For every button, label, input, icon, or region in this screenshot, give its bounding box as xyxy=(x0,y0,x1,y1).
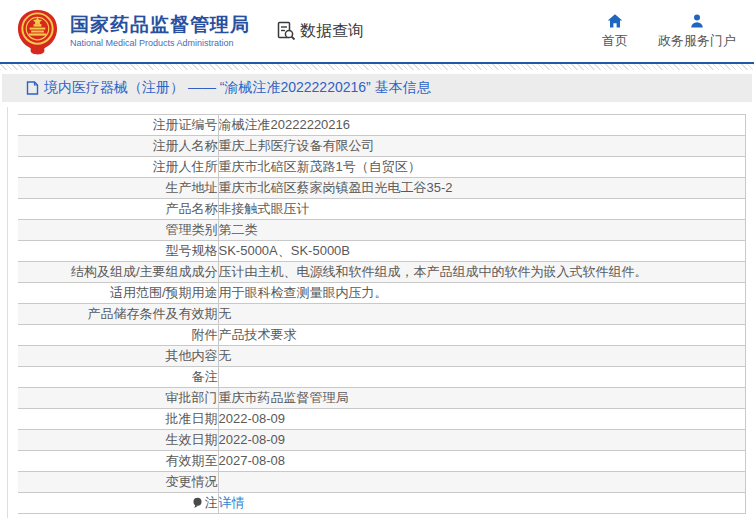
row-value: 重庆市北碚区新茂路1号（自贸区） xyxy=(218,157,746,178)
row-value-text: 用于眼科检查测量眼内压力。 xyxy=(219,285,388,300)
row-label: 结构及组成/主要组成成分 xyxy=(18,262,218,283)
row-label: 生产地址 xyxy=(18,178,218,199)
row-label-text: 结构及组成/主要组成成分 xyxy=(71,264,218,279)
row-value-text: 产品技术要求 xyxy=(219,327,297,342)
table-row: 型号规格SK-5000A、SK-5000B xyxy=(18,241,746,262)
row-label: 管理类别 xyxy=(18,220,218,241)
row-label-text: 注 xyxy=(205,495,218,510)
row-label-text: 型号规格 xyxy=(166,243,218,258)
row-label-text: 注册人住所 xyxy=(153,159,218,174)
row-value-text: 重庆市北碚区新茂路1号（自贸区） xyxy=(219,159,421,174)
row-label: 其他内容 xyxy=(18,346,218,367)
row-label-text: 有效期至 xyxy=(166,453,218,468)
breadcrumb: 境内医疗器械（注册） —— “渝械注准20222220216” 基本信息 xyxy=(2,74,752,102)
table-row: 审批部门重庆市药品监督管理局 xyxy=(18,388,746,409)
row-label: 产品储存条件及有效期 xyxy=(18,304,218,325)
table-row: 注详情 xyxy=(18,493,746,514)
nav-home[interactable]: 首页 xyxy=(602,13,628,50)
row-label: 有效期至 xyxy=(18,451,218,472)
row-value: 第二类 xyxy=(218,220,746,241)
logo-block: 国家药品监督管理局 National Medical Products Admi… xyxy=(14,8,250,55)
row-value-text: 2022-08-09 xyxy=(219,432,286,447)
row-label: 变更情况 xyxy=(18,472,218,493)
row-value: 无 xyxy=(218,346,746,367)
row-value: 2027-08-08 xyxy=(218,451,746,472)
agency-titles: 国家药品监督管理局 National Medical Products Admi… xyxy=(70,13,250,49)
row-label-text: 变更情况 xyxy=(166,474,218,489)
row-value-text: 2022-08-09 xyxy=(219,411,286,426)
row-label-text: 注册人名称 xyxy=(153,138,218,153)
row-label-text: 管理类别 xyxy=(166,222,218,237)
agency-name: 国家药品监督管理局 xyxy=(70,13,250,37)
row-label: 备注 xyxy=(18,367,218,388)
row-value-text: 压计由主机、电源线和软件组成，本产品组成中的软件为嵌入式软件组件。 xyxy=(219,264,648,279)
data-query-icon xyxy=(276,21,296,41)
row-label: 审批部门 xyxy=(18,388,218,409)
row-label: 注 xyxy=(18,493,218,514)
row-label-text: 生效日期 xyxy=(166,432,218,447)
row-value xyxy=(218,367,746,388)
row-value-text: 重庆上邦医疗设备有限公司 xyxy=(219,138,375,153)
breadcrumb-text: 境内医疗器械（注册） —— “渝械注准20222220216” 基本信息 xyxy=(44,79,431,97)
row-value: 重庆市药品监督管理局 xyxy=(218,388,746,409)
table-row: 产品储存条件及有效期无 xyxy=(18,304,746,325)
content-panel: 注册证编号渝械注准20222220216注册人名称重庆上邦医疗设备有限公司注册人… xyxy=(7,107,746,518)
row-value-text: 非接触式眼压计 xyxy=(219,201,310,216)
row-value: 用于眼科检查测量眼内压力。 xyxy=(218,283,746,304)
row-label-text: 生产地址 xyxy=(166,180,218,195)
row-label-text: 产品储存条件及有效期 xyxy=(88,306,218,321)
detail-table-body: 注册证编号渝械注准20222220216注册人名称重庆上邦医疗设备有限公司注册人… xyxy=(18,115,746,514)
nav-portal[interactable]: 政务服务门户 xyxy=(658,13,736,50)
note-balloon-icon xyxy=(192,495,205,510)
table-row: 批准日期2022-08-09 xyxy=(18,409,746,430)
site-header: 国家药品监督管理局 National Medical Products Admi… xyxy=(0,0,754,64)
document-icon xyxy=(26,81,39,95)
table-row: 产品名称非接触式眼压计 xyxy=(18,199,746,220)
table-row: 管理类别第二类 xyxy=(18,220,746,241)
row-label: 附件 xyxy=(18,325,218,346)
row-value-text: 重庆市北碚区蔡家岗镇盈田光电工谷35-2 xyxy=(219,180,453,195)
table-row: 生效日期2022-08-09 xyxy=(18,430,746,451)
row-value-text: 重庆市药品监督管理局 xyxy=(219,390,349,405)
row-value: SK-5000A、SK-5000B xyxy=(218,241,746,262)
row-label: 批准日期 xyxy=(18,409,218,430)
row-value: 2022-08-09 xyxy=(218,430,746,451)
row-value: 重庆市北碚区蔡家岗镇盈田光电工谷35-2 xyxy=(218,178,746,199)
row-value: 详情 xyxy=(218,493,746,514)
table-row: 注册人名称重庆上邦医疗设备有限公司 xyxy=(18,136,746,157)
row-value: 重庆上邦医疗设备有限公司 xyxy=(218,136,746,157)
row-label-text: 其他内容 xyxy=(166,348,218,363)
row-label: 注册证编号 xyxy=(18,115,218,136)
table-row: 变更情况 xyxy=(18,472,746,493)
table-row: 适用范围/预期用途用于眼科检查测量眼内压力。 xyxy=(18,283,746,304)
row-label-text: 适用范围/预期用途 xyxy=(110,285,218,300)
row-value-text: 无 xyxy=(219,306,232,321)
table-row: 其他内容无 xyxy=(18,346,746,367)
row-label: 产品名称 xyxy=(18,199,218,220)
table-row: 结构及组成/主要组成成分压计由主机、电源线和软件组成，本产品组成中的软件为嵌入式… xyxy=(18,262,746,283)
detail-table: 注册证编号渝械注准20222220216注册人名称重庆上邦医疗设备有限公司注册人… xyxy=(18,114,746,514)
table-row: 有效期至2027-08-08 xyxy=(18,451,746,472)
table-row: 备注 xyxy=(18,367,746,388)
row-label-text: 审批部门 xyxy=(166,390,218,405)
table-row: 附件产品技术要求 xyxy=(18,325,746,346)
row-label: 生效日期 xyxy=(18,430,218,451)
row-value: 压计由主机、电源线和软件组成，本产品组成中的软件为嵌入式软件组件。 xyxy=(218,262,746,283)
row-label: 适用范围/预期用途 xyxy=(18,283,218,304)
agency-name-en: National Medical Products Administration xyxy=(70,37,250,49)
row-value: 渝械注准20222220216 xyxy=(218,115,746,136)
row-label-text: 附件 xyxy=(192,327,218,342)
row-value: 非接触式眼压计 xyxy=(218,199,746,220)
data-query-label: 数据查询 xyxy=(300,21,364,42)
detail-link[interactable]: 详情 xyxy=(219,495,245,510)
row-value-text: 渝械注准20222220216 xyxy=(219,117,351,132)
row-value-text: 2027-08-08 xyxy=(219,453,286,468)
row-value xyxy=(218,472,746,493)
header-nav: 首页 政务服务门户 xyxy=(602,13,742,50)
row-label-text: 产品名称 xyxy=(166,201,218,216)
user-icon xyxy=(689,13,705,29)
row-label: 注册人名称 xyxy=(18,136,218,157)
table-row: 注册人住所重庆市北碚区新茂路1号（自贸区） xyxy=(18,157,746,178)
data-query-tab[interactable]: 数据查询 xyxy=(276,21,364,42)
home-icon xyxy=(607,13,623,29)
